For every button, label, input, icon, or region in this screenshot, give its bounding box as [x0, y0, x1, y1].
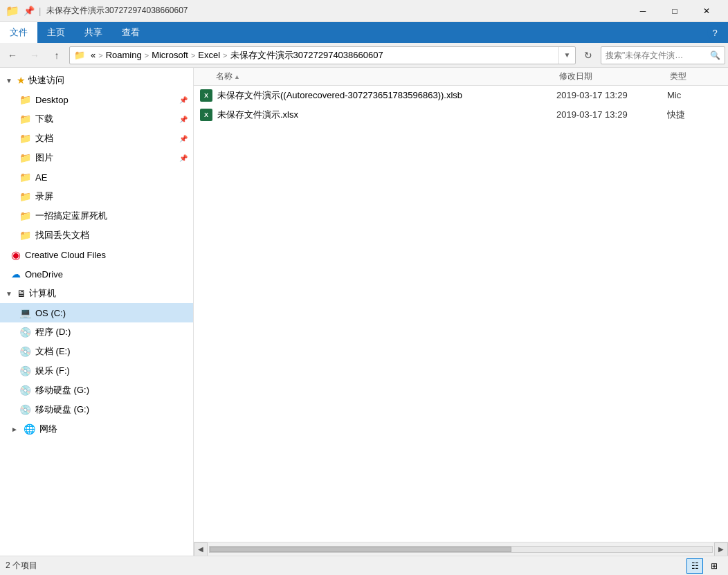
status-right: ☷ ⊞ [686, 558, 722, 574]
view-list-button[interactable]: ☷ [686, 558, 703, 574]
computer-expand-icon: ▼ [6, 290, 12, 298]
sidebar-label-drive-e: 文档 (E:) [35, 345, 188, 358]
folder-icon-downloads: 📁 [19, 113, 31, 125]
view-list-icon: ☷ [691, 561, 699, 571]
sidebar-item-luping[interactable]: 📁 录屏 [0, 187, 193, 206]
sidebar-item-bluescreen[interactable]: 📁 一招搞定蓝屏死机 [0, 206, 193, 226]
sidebar-label-creative-cloud: Creative Cloud Files [25, 250, 188, 260]
sidebar-label-desktop: Desktop [35, 95, 174, 105]
file-date-1: 2019-03-17 13:29 [556, 90, 667, 100]
sidebar-label-onedrive: OneDrive [25, 269, 188, 280]
col-header-type[interactable]: 类型 [667, 71, 722, 82]
title-bar: 📁 📌 | 未保存文件演示307272974038660607 ─ □ ✕ [0, 0, 728, 22]
path-part-roaming[interactable]: Roaming [104, 50, 143, 60]
status-bar: 2 个项目 ☷ ⊞ [0, 556, 728, 575]
table-row[interactable]: X 未保存文件演示.xlsx 2019-03-17 13:29 快捷 [194, 105, 728, 125]
sidebar-item-pictures[interactable]: 📁 图片 📌 [0, 148, 193, 167]
quick-access-star-icon: ★ [17, 75, 26, 86]
table-row[interactable]: X 未保存文件演示((Autorecovered-307273651783596… [194, 86, 728, 105]
file-list: X 未保存文件演示((Autorecovered-307273651783596… [194, 86, 728, 542]
sidebar-item-drive-g2[interactable]: 💿 移动硬盘 (G:) [0, 400, 193, 419]
back-button[interactable]: ← [3, 46, 22, 65]
folder-icon-ae: 📁 [19, 172, 31, 183]
sidebar-label-network: 网络 [39, 423, 188, 435]
maximize-button[interactable]: □ [659, 0, 691, 22]
sidebar-item-drive-e[interactable]: 💿 文档 (E:) [0, 342, 193, 361]
path-part-folder[interactable]: 未保存文件演示307272974038660607 [229, 49, 385, 62]
close-button[interactable]: ✕ [691, 0, 722, 22]
quick-access-expand-icon: ▼ [6, 77, 12, 84]
folder-icon-documents: 📁 [19, 133, 31, 144]
menu-item-home[interactable]: 主页 [37, 22, 75, 43]
sidebar-item-documents[interactable]: 📁 文档 📌 [0, 129, 193, 148]
sidebar-item-findlost[interactable]: 📁 找回丢失文档 [0, 226, 193, 245]
forward-button[interactable]: → [25, 46, 44, 65]
sidebar-item-drive-d[interactable]: 💿 程序 (D:) [0, 322, 193, 342]
file-name-1: 未保存文件演示((Autorecovered-30727365178359686… [217, 89, 556, 102]
up-button[interactable]: ↑ [47, 46, 66, 65]
pin-icon-downloads: 📌 [179, 116, 188, 123]
sidebar-label-drive-g2: 移动硬盘 (G:) [35, 403, 188, 416]
drive-icon-e: 💿 [19, 346, 31, 357]
network-icon: 🌐 [24, 423, 35, 435]
search-input[interactable] [606, 51, 710, 60]
scroll-track[interactable] [209, 546, 713, 553]
computer-label: 计算机 [29, 287, 56, 300]
address-folder-icon: 📁 [70, 50, 89, 60]
pin-icon-desktop: 📌 [179, 96, 188, 104]
sidebar-item-drive-f[interactable]: 💿 娱乐 (F:) [0, 361, 193, 381]
path-part-microsoft[interactable]: Microsoft [150, 50, 190, 60]
sidebar-section-computer[interactable]: ▼ 🖥 计算机 [0, 284, 193, 303]
scroll-right-button[interactable]: ▶ [714, 542, 728, 556]
sidebar-label-drive-g1: 移动硬盘 (G:) [35, 384, 188, 396]
file-type-2: 快捷 [667, 109, 722, 121]
menu-right: ? [702, 22, 728, 43]
sidebar-item-downloads[interactable]: 📁 下载 📌 [0, 109, 193, 129]
search-box[interactable]: 🔍 [601, 46, 725, 64]
view-grid-button[interactable]: ⊞ [706, 558, 722, 574]
sidebar-item-desktop[interactable]: 📁 Desktop 📌 [0, 90, 193, 109]
creative-cloud-icon: ◉ [11, 248, 21, 262]
folder-icon-desktop: 📁 [19, 94, 31, 105]
sidebar-item-creative-cloud[interactable]: ◉ Creative Cloud Files [0, 245, 193, 264]
status-count: 2 个项目 [6, 560, 37, 572]
sidebar-item-network[interactable]: ► 🌐 网络 [0, 419, 193, 439]
menu-item-share[interactable]: 共享 [75, 22, 112, 43]
sidebar-item-drive-g1[interactable]: 💿 移动硬盘 (G:) [0, 381, 193, 400]
scroll-thumb [210, 547, 511, 552]
drive-icon-g2: 💿 [19, 404, 31, 415]
scroll-left-button[interactable]: ◀ [194, 542, 208, 556]
address-bar[interactable]: 📁 « > Roaming > Microsoft > Excel > 未保存文… [69, 46, 576, 64]
onedrive-icon: ☁ [11, 268, 21, 280]
help-button[interactable]: ? [707, 25, 722, 40]
sidebar-label-drive-d: 程序 (D:) [35, 326, 188, 338]
horizontal-scroll-bar[interactable]: ◀ ▶ [194, 542, 728, 556]
col-header-date[interactable]: 修改日期 [556, 71, 667, 82]
sidebar-item-onedrive[interactable]: ☁ OneDrive [0, 264, 193, 284]
menu-item-file[interactable]: 文件 [0, 22, 37, 43]
pin-icon-pictures: 📌 [179, 154, 188, 162]
sidebar-section-quick-access[interactable]: ▼ ★ 快速访问 [0, 71, 193, 90]
folder-icon-bluescreen: 📁 [19, 210, 31, 221]
path-part-excel[interactable]: Excel [197, 50, 221, 60]
path-chevron[interactable]: « [89, 50, 97, 60]
search-icon: 🔍 [710, 51, 720, 60]
drive-icon-d: 💿 [19, 327, 31, 338]
sidebar-item-ae[interactable]: 📁 AE [0, 167, 193, 187]
sidebar-label-ae: AE [35, 172, 188, 183]
file-type-1: Mic [667, 90, 722, 100]
sidebar-label-findlost: 找回丢失文档 [35, 229, 188, 241]
drive-icon-c: 💻 [19, 307, 31, 318]
address-dropdown[interactable]: ▼ [558, 47, 575, 64]
col-header-name[interactable]: 名称 ▲ [213, 71, 556, 82]
sidebar-label-documents: 文档 [35, 132, 174, 145]
file-header: 名称 ▲ 修改日期 类型 [194, 68, 728, 86]
menu-item-view[interactable]: 查看 [112, 22, 149, 43]
title-bar-controls: ─ □ ✕ [627, 0, 722, 22]
refresh-button[interactable]: ↻ [579, 46, 598, 65]
title-bar-pin: 📌 [24, 6, 35, 16]
minimize-button[interactable]: ─ [627, 0, 659, 22]
toolbar: ← → ↑ 📁 « > Roaming > Microsoft > Excel … [0, 43, 728, 68]
address-path: « > Roaming > Microsoft > Excel > 未保存文件演… [89, 49, 558, 62]
sidebar-item-drive-c[interactable]: 💻 OS (C:) [0, 303, 193, 322]
